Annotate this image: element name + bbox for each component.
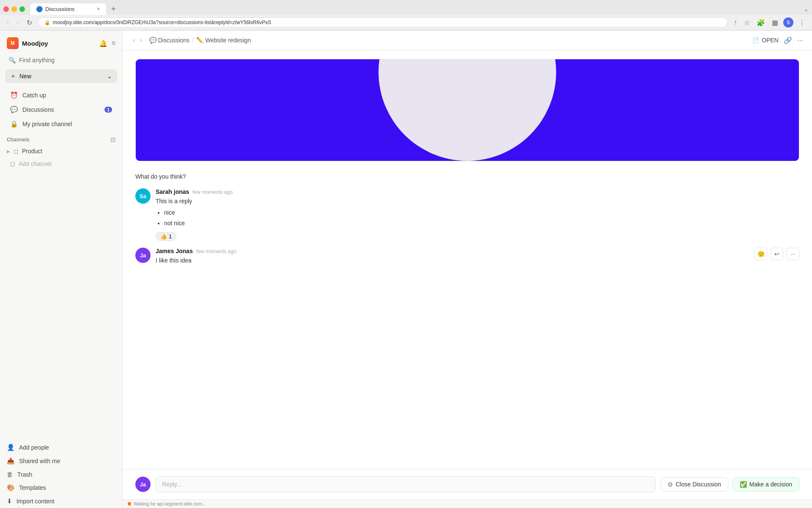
- sidebar-item-discussions[interactable]: 💬 Discussions 1: [3, 103, 119, 116]
- url-bar[interactable]: 🔒 moodjoy.slite.com/app/docs/0niDiRZGErh…: [38, 17, 728, 28]
- catchup-label: Catch up: [22, 92, 46, 99]
- forward-nav-button[interactable]: ›: [138, 36, 144, 45]
- more-message-actions-button[interactable]: ···: [787, 248, 799, 260]
- minimize-window-button[interactable]: [11, 6, 17, 12]
- shared-icon: 📤: [7, 457, 15, 465]
- page-breadcrumb-icon: ✏️: [196, 37, 203, 44]
- status-bar: Waiting for api.segment.slite.com...: [123, 499, 812, 508]
- message-text-james: I like this idea: [156, 256, 799, 265]
- open-button[interactable]: 📄 OPEN: [752, 37, 779, 44]
- reaction-count: 1: [169, 233, 172, 240]
- tab-favicon: 🔵: [36, 6, 43, 12]
- sidebar-item-private[interactable]: 🔒 My private channel: [3, 117, 119, 131]
- sidebar-item-add-people[interactable]: 👤 Add people: [0, 441, 122, 454]
- breadcrumb-discussions[interactable]: 💬 Discussions: [149, 37, 190, 44]
- link-icon[interactable]: 🔗: [784, 36, 792, 44]
- header-actions: 📄 OPEN 🔗 ···: [752, 36, 804, 45]
- workspace-label: Moodjoy: [22, 40, 48, 47]
- tab-close-button[interactable]: ✕: [96, 6, 100, 12]
- reply-input[interactable]: Reply...: [156, 476, 656, 492]
- new-button[interactable]: ＋ New ⌄: [5, 69, 117, 83]
- search-label: Find anything: [19, 57, 55, 64]
- close-window-button[interactable]: [3, 6, 9, 12]
- message-list-sarah: nice not nice: [164, 207, 799, 229]
- search-button[interactable]: 🔍 Find anything: [5, 54, 117, 66]
- reply-area: Ja Reply... ⊙ Close Discussion ✅ Make a …: [123, 469, 812, 499]
- new-label: New: [19, 73, 31, 80]
- discussions-breadcrumb-icon: 💬: [149, 37, 156, 44]
- tab-title: Discussions: [45, 6, 74, 12]
- address-bar: ‹ › ↻ 🔒 moodjoy.slite.com/app/docs/0niDi…: [0, 15, 812, 30]
- back-button[interactable]: ‹: [5, 18, 11, 27]
- trash-label: Trash: [17, 471, 32, 478]
- reaction-thumbs-up[interactable]: 👍 1: [156, 232, 176, 241]
- product-label: Product: [22, 148, 42, 155]
- sidebar-item-product[interactable]: ▶ ◻ Product: [0, 145, 122, 157]
- discussion-area[interactable]: What do you think? Sa Sarah jonas few mo…: [123, 50, 812, 469]
- sidebar-item-add-channel[interactable]: ◻ Add channel: [0, 158, 122, 170]
- sidebar-item-shared[interactable]: 📤 Shared with me: [0, 454, 122, 468]
- discussion-image: [136, 59, 799, 161]
- workspace-name[interactable]: M Moodjoy: [7, 37, 48, 49]
- add-reaction-button[interactable]: 🙂: [754, 248, 767, 260]
- maximize-window-button[interactable]: [19, 6, 25, 12]
- open-label: OPEN: [762, 37, 779, 44]
- tab-expand-button[interactable]: ⌄: [804, 6, 809, 12]
- forward-button[interactable]: ›: [15, 18, 20, 27]
- sidebar-item-trash[interactable]: 🗑 Trash: [0, 468, 122, 481]
- plus-icon: ＋: [10, 72, 16, 80]
- add-channel-label: Add channel: [19, 160, 52, 167]
- discussions-icon: 💬: [10, 106, 18, 113]
- browser-chrome: 🔵 Discussions ✕ + ⌄ ‹ › ↻ 🔒 moodjoy.slit…: [0, 0, 812, 30]
- import-label: Import content: [16, 498, 55, 505]
- message-text-sarah: This is a reply: [156, 197, 799, 206]
- breadcrumb-page-label: Website redesign: [205, 37, 251, 44]
- reload-button[interactable]: ↻: [25, 18, 34, 28]
- new-tab-button[interactable]: +: [108, 5, 119, 14]
- catchup-icon: ⏰: [10, 91, 18, 99]
- make-decision-button[interactable]: ✅ Make a decision: [732, 477, 799, 491]
- more-actions-icon[interactable]: ···: [797, 36, 804, 45]
- menu-button[interactable]: ⋮: [797, 18, 807, 28]
- notification-icon[interactable]: 🔔: [99, 39, 107, 47]
- share-button[interactable]: ↑: [732, 18, 739, 27]
- back-nav-button[interactable]: ‹: [131, 36, 137, 45]
- message-time-james: few moments ago: [196, 248, 236, 254]
- breadcrumb-page[interactable]: ✏️ Website redesign: [196, 37, 251, 44]
- message-header-james: James Jonas few moments ago: [156, 248, 799, 254]
- channels-icon[interactable]: ⊡: [110, 136, 115, 143]
- profile-avatar[interactable]: S: [783, 17, 793, 28]
- message-actions-james: 🙂 ↩ ···: [754, 248, 799, 260]
- reply-action-button[interactable]: ↩: [771, 248, 783, 260]
- extensions-button[interactable]: 🧩: [755, 18, 767, 28]
- image-circle-decoration: [379, 59, 556, 161]
- traffic-lights: [3, 6, 25, 12]
- list-item-not-nice: not nice: [164, 218, 799, 229]
- reply-icon: ↩: [774, 251, 779, 257]
- bookmark-button[interactable]: ☆: [742, 18, 752, 28]
- app: M Moodjoy 🔔 ≡ 🔍 Find anything ＋ New ⌄ ⏰ …: [0, 30, 812, 508]
- search-icon: 🔍: [8, 57, 16, 64]
- active-tab[interactable]: 🔵 Discussions ✕: [30, 3, 106, 15]
- sidebar-item-catchup[interactable]: ⏰ Catch up: [3, 88, 119, 102]
- sidebar-item-import[interactable]: ⬇ Import content: [0, 494, 122, 508]
- trash-icon: 🗑: [7, 471, 13, 478]
- reply-avatar: Ja: [135, 477, 151, 492]
- reply-actions: ⊙ Close Discussion ✅ Make a decision: [661, 477, 799, 491]
- message-content-sarah: Sarah jonas few moments ago This is a re…: [156, 188, 799, 241]
- message-header-sarah: Sarah jonas few moments ago: [156, 188, 799, 195]
- add-channel-icon: ◻: [10, 160, 15, 167]
- more-actions-dots-icon: ···: [790, 251, 796, 257]
- close-discussion-button[interactable]: ⊙ Close Discussion: [661, 477, 728, 491]
- question-text: What do you think?: [135, 173, 186, 180]
- discussion-question: What do you think?: [123, 168, 812, 185]
- message-author-sarah: Sarah jonas: [156, 188, 189, 195]
- sidebar-toggle-icon[interactable]: ≡: [112, 39, 115, 47]
- main-content: ‹ › 💬 Discussions / ✏️ Website redesign …: [123, 30, 812, 508]
- lock-icon: 🔒: [44, 20, 50, 25]
- sidebar: M Moodjoy 🔔 ≡ 🔍 Find anything ＋ New ⌄ ⏰ …: [0, 30, 123, 508]
- sidebar-item-templates[interactable]: 🎨 Templates: [0, 481, 122, 494]
- discussions-label: Discussions: [22, 106, 54, 113]
- sidebar-button[interactable]: ▦: [770, 18, 780, 28]
- status-dot: [128, 502, 131, 505]
